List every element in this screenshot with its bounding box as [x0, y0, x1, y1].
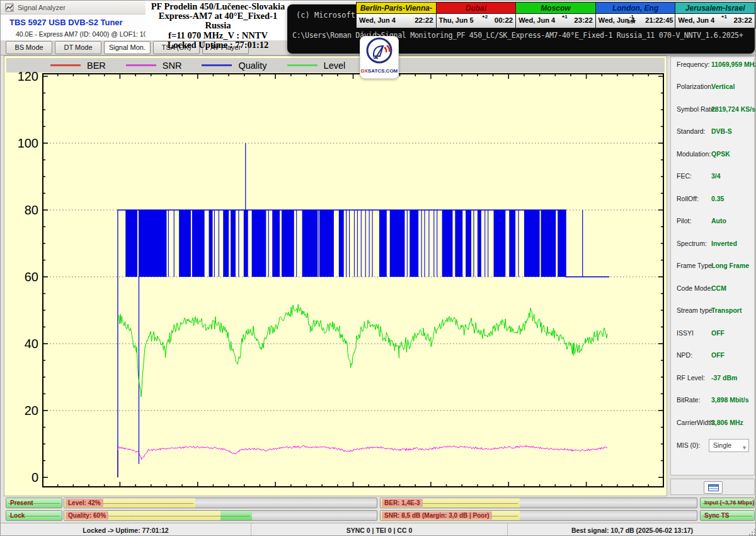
mis-dropdown[interactable]: Single ▾ [709, 439, 749, 452]
tab-bs-mode[interactable]: BS Mode [6, 41, 52, 54]
ber-line-swatch [50, 64, 81, 66]
chevron-down-icon: ▾ [743, 441, 746, 453]
status-sync-counters: SYNC 0 | TEI 0 | CC 0 [251, 523, 508, 536]
signal-analyzer-window: Signal Analyzer TBS 5927 USB DVB-S2 Tune… [0, 0, 756, 536]
tab-dt-mode[interactable]: DT Mode [55, 41, 101, 54]
param-value: OFF [711, 329, 724, 337]
mis-selected-value: Single [713, 441, 731, 449]
status-best-signal: Best signal: 10,7 dB (2025-06-02 13:17) [508, 523, 756, 536]
clock-dubai: Dubai Thu, Jun 5+200:22 [436, 2, 517, 28]
quality-meter: Quality: 60% [64, 510, 377, 521]
param-value: 3/4 [711, 172, 721, 180]
input-indicator: Input (~3,76 Mbps) [700, 498, 755, 508]
logo-text: DXSATCS.COM [360, 68, 398, 74]
clock-jerusalem: Jerusalem-Israel Wed, Jun 4+123:22 [675, 2, 755, 28]
y-tick-40: 40 [6, 337, 38, 351]
param-value: 11069,959 MHz [711, 61, 756, 68]
param-label: Spectrum: [677, 240, 707, 247]
param-value: Vertical [711, 83, 735, 90]
param-value: Inverted [711, 240, 737, 247]
param-label: Symbol Rate: [677, 105, 716, 113]
present-indicator: Present [6, 498, 62, 508]
param-label: ISSYI [677, 329, 694, 337]
y-tick-60: 60 [6, 270, 38, 284]
param-value: QPSK [711, 150, 730, 158]
param-label: Code Mode: [677, 284, 713, 292]
caption-line-2: Express-AM7 at 40°E_Fixed-1 Russia [146, 11, 290, 30]
satellite-dish-icon [365, 37, 394, 66]
caption-line-3: f=11 070 MHz_V : NNTV [146, 31, 290, 40]
param-label: FEC: [677, 172, 692, 180]
tuner-name: TBS 5927 USB DVB-S2 Tuner [9, 18, 123, 27]
quality-line-swatch [202, 64, 232, 66]
param-value: Auto [711, 217, 726, 224]
ts-capture-button[interactable] [704, 481, 723, 494]
param-label: RF Level: [677, 374, 705, 382]
plot-area [42, 73, 664, 487]
panel-footer-strip [670, 479, 755, 495]
snr-meter: SNR: 8,5 dB (Margin: 3,0 dB | Poor) [380, 510, 697, 521]
param-label: Modulation: [677, 150, 711, 158]
lock-indicator: Lock [6, 510, 62, 521]
param-label: CarrierWidth: [677, 419, 716, 426]
param-value: CCM [711, 284, 726, 292]
chart-legend: BER SNR Quality Level [6, 58, 665, 73]
status-uptime: Locked -> Uptime: 77:01:12 [1, 523, 251, 536]
param-label: Polarization: [677, 83, 713, 90]
param-value: 0.35 [711, 195, 724, 202]
y-tick-100: 100 [6, 136, 38, 150]
param-label: Standard: [677, 127, 706, 135]
clock-london: London, Eng Wed, Jun 4-1DST21:22:45 [595, 2, 676, 28]
param-label: RollOff: [677, 195, 699, 202]
legend-item-quality: Quality [202, 61, 266, 71]
param-value: OFF [711, 351, 724, 359]
param-value: Transport [711, 306, 742, 314]
legend-item-level: Level [287, 61, 346, 71]
y-tick-0: 0 [6, 470, 38, 484]
y-tick-120: 120 [6, 69, 38, 83]
dxsatcs-logo: DXSATCS.COM [360, 36, 399, 79]
signal-chart: BER SNR Quality Level 120 100 80 60 40 2… [4, 55, 667, 496]
param-value: -37 dBm [711, 374, 737, 382]
param-label: Frame Type: [677, 262, 714, 269]
clock-berlin: Berlin-Paris-Vienna-Roma Wed, Jun 422:22 [356, 2, 437, 28]
resize-grip[interactable] [747, 527, 755, 535]
status-bar: Locked -> Uptime: 77:01:12 SYNC 0 | TEI … [1, 523, 756, 536]
clock-moscow: Moscow Wed, Jun 4+123:22 [515, 2, 596, 28]
param-value: 3,898 Mbit/s [711, 396, 749, 404]
param-value: DVB-S [711, 127, 732, 135]
y-tick-20: 20 [6, 404, 38, 417]
app-icon [5, 3, 14, 12]
param-label: Frequency: [677, 61, 710, 68]
legend-item-snr: SNR [126, 61, 182, 71]
monitoring-caption: PF Prodelin 450/Lučenec-Slovakia Express… [146, 1, 290, 40]
legend-item-ber: BER [50, 61, 106, 71]
level-meter: Level: 42% [64, 498, 377, 508]
y-tick-80: 80 [6, 203, 38, 217]
param-label: BitRate: [677, 396, 700, 404]
param-label: Pilot: [677, 217, 691, 224]
caption-line-1: PF Prodelin 450/Lučenec-Slovakia [146, 2, 290, 11]
snr-line-swatch [126, 64, 156, 66]
param-value: 3,806 MHz [711, 419, 743, 426]
param-label: Stream type: [677, 306, 714, 314]
param-value: Long Frame [711, 262, 749, 269]
ber-meter: BER: 1,4E-3 [380, 498, 697, 508]
tab-signal-mon[interactable]: Signal Mon. [104, 41, 151, 54]
sync-ts-indicator: Sync TS [700, 510, 755, 521]
window-title: Signal Analyzer [18, 1, 66, 15]
mis-row: MIS (0): Single ▾ [671, 439, 755, 453]
world-clocks-strip: Berlin-Paris-Vienna-Roma Wed, Jun 422:22… [357, 2, 755, 28]
mis-label: MIS (0): [677, 441, 700, 449]
ts-list-icon [708, 484, 719, 491]
param-label: NPD: [677, 351, 692, 359]
signal-parameters-panel: Frequency:11069,959 MHz Polarization:Ver… [670, 56, 755, 475]
param-value: 2819,724 KS/s [711, 105, 755, 113]
caption-line-4: Locked Uptime : 77:01:12 [146, 40, 290, 50]
level-line-swatch [287, 64, 318, 66]
